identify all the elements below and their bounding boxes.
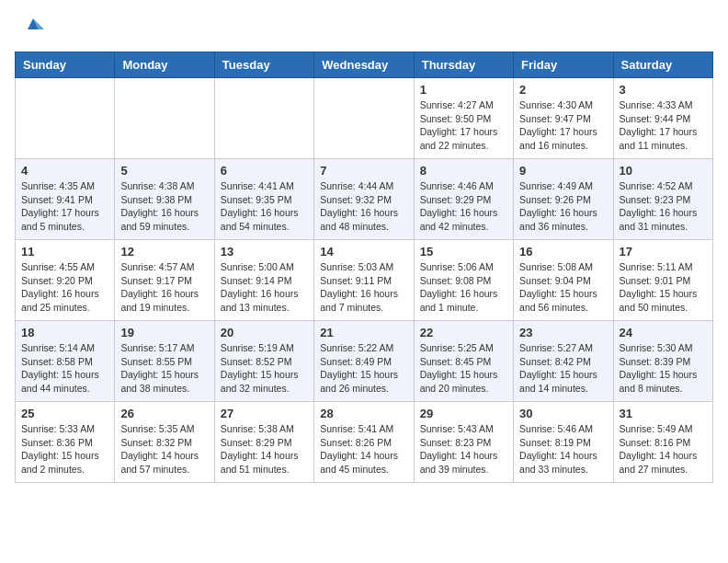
day-number: 15 [420, 245, 507, 259]
week-row-3: 11Sunrise: 4:55 AM Sunset: 9:20 PM Dayli… [16, 240, 713, 321]
day-number: 2 [519, 83, 607, 97]
day-number: 30 [519, 407, 607, 420]
calendar-cell: 7Sunrise: 4:44 AM Sunset: 9:32 PM Daylig… [314, 159, 414, 240]
calendar-cell: 2Sunrise: 4:30 AM Sunset: 9:47 PM Daylig… [514, 78, 613, 159]
day-number: 27 [221, 407, 308, 420]
calendar-cell: 8Sunrise: 4:46 AM Sunset: 9:29 PM Daylig… [414, 159, 513, 240]
day-number: 8 [420, 164, 507, 178]
day-number: 29 [420, 407, 507, 420]
calendar-cell [16, 78, 115, 159]
day-info: Sunrise: 4:57 AM Sunset: 9:17 PM Dayligh… [120, 260, 208, 315]
day-info: Sunrise: 5:33 AM Sunset: 8:36 PM Dayligh… [21, 422, 108, 477]
calendar-cell: 20Sunrise: 5:19 AM Sunset: 8:52 PM Dayli… [214, 321, 313, 402]
calendar-cell: 12Sunrise: 4:57 AM Sunset: 9:17 PM Dayli… [115, 240, 214, 321]
header-wednesday: Wednesday [314, 52, 414, 78]
day-number: 19 [120, 326, 208, 339]
day-info: Sunrise: 5:14 AM Sunset: 8:58 PM Dayligh… [21, 341, 108, 396]
day-info: Sunrise: 5:35 AM Sunset: 8:32 PM Dayligh… [120, 422, 208, 477]
day-number: 7 [320, 164, 407, 178]
week-row-2: 4Sunrise: 4:35 AM Sunset: 9:41 PM Daylig… [16, 159, 713, 240]
day-info: Sunrise: 4:38 AM Sunset: 9:38 PM Dayligh… [120, 179, 208, 234]
day-number: 24 [620, 326, 707, 339]
day-number: 4 [21, 164, 108, 178]
calendar-cell: 27Sunrise: 5:38 AM Sunset: 8:29 PM Dayli… [214, 402, 313, 483]
day-info: Sunrise: 5:25 AM Sunset: 8:45 PM Dayligh… [420, 341, 507, 396]
calendar-cell: 1Sunrise: 4:27 AM Sunset: 9:50 PM Daylig… [414, 78, 513, 159]
calendar-cell: 14Sunrise: 5:03 AM Sunset: 9:11 PM Dayli… [314, 240, 414, 321]
week-row-1: 1Sunrise: 4:27 AM Sunset: 9:50 PM Daylig… [16, 78, 713, 159]
day-info: Sunrise: 5:06 AM Sunset: 9:08 PM Dayligh… [420, 260, 507, 315]
day-number: 12 [120, 245, 208, 259]
day-info: Sunrise: 5:46 AM Sunset: 8:19 PM Dayligh… [519, 422, 607, 477]
week-row-4: 18Sunrise: 5:14 AM Sunset: 8:58 PM Dayli… [16, 321, 713, 402]
calendar-cell [214, 78, 313, 159]
header-friday: Friday [514, 52, 613, 78]
calendar-cell: 28Sunrise: 5:41 AM Sunset: 8:26 PM Dayli… [314, 402, 414, 483]
calendar-cell: 10Sunrise: 4:52 AM Sunset: 9:23 PM Dayli… [613, 159, 712, 240]
day-info: Sunrise: 5:49 AM Sunset: 8:16 PM Dayligh… [620, 422, 707, 477]
header-monday: Monday [115, 52, 214, 78]
calendar-cell: 15Sunrise: 5:06 AM Sunset: 9:08 PM Dayli… [414, 240, 513, 321]
calendar-cell: 23Sunrise: 5:27 AM Sunset: 8:42 PM Dayli… [514, 321, 613, 402]
calendar-cell: 9Sunrise: 4:49 AM Sunset: 9:26 PM Daylig… [514, 159, 613, 240]
day-info: Sunrise: 5:38 AM Sunset: 8:29 PM Dayligh… [221, 422, 308, 477]
day-number: 22 [420, 326, 507, 339]
day-info: Sunrise: 5:08 AM Sunset: 9:04 PM Dayligh… [519, 260, 607, 315]
day-info: Sunrise: 4:55 AM Sunset: 9:20 PM Dayligh… [21, 260, 108, 315]
calendar-cell: 4Sunrise: 4:35 AM Sunset: 9:41 PM Daylig… [16, 159, 115, 240]
day-number: 25 [21, 407, 108, 420]
calendar-cell: 29Sunrise: 5:43 AM Sunset: 8:23 PM Dayli… [414, 402, 513, 483]
day-info: Sunrise: 4:52 AM Sunset: 9:23 PM Dayligh… [620, 179, 707, 234]
calendar-cell: 21Sunrise: 5:22 AM Sunset: 8:49 PM Dayli… [314, 321, 414, 402]
day-number: 14 [320, 245, 407, 259]
day-number: 5 [120, 164, 208, 178]
calendar-cell: 11Sunrise: 4:55 AM Sunset: 9:20 PM Dayli… [16, 240, 115, 321]
day-info: Sunrise: 5:00 AM Sunset: 9:14 PM Dayligh… [221, 260, 308, 315]
day-number: 11 [21, 245, 108, 259]
day-info: Sunrise: 4:35 AM Sunset: 9:41 PM Dayligh… [21, 179, 108, 234]
header-thursday: Thursday [414, 52, 513, 78]
logo [15, 15, 46, 40]
calendar-cell: 3Sunrise: 4:33 AM Sunset: 9:44 PM Daylig… [613, 78, 712, 159]
day-info: Sunrise: 5:30 AM Sunset: 8:39 PM Dayligh… [620, 341, 707, 396]
calendar-cell: 25Sunrise: 5:33 AM Sunset: 8:36 PM Dayli… [16, 402, 115, 483]
day-info: Sunrise: 4:27 AM Sunset: 9:50 PM Dayligh… [420, 98, 507, 153]
day-info: Sunrise: 5:03 AM Sunset: 9:11 PM Dayligh… [320, 260, 407, 315]
day-number: 20 [221, 326, 308, 339]
page-header [15, 15, 713, 40]
calendar-cell: 6Sunrise: 4:41 AM Sunset: 9:35 PM Daylig… [214, 159, 313, 240]
calendar-cell: 22Sunrise: 5:25 AM Sunset: 8:45 PM Dayli… [414, 321, 513, 402]
calendar-cell: 17Sunrise: 5:11 AM Sunset: 9:01 PM Dayli… [613, 240, 712, 321]
calendar-cell: 30Sunrise: 5:46 AM Sunset: 8:19 PM Dayli… [514, 402, 613, 483]
calendar-cell [115, 78, 214, 159]
day-number: 13 [221, 245, 308, 259]
day-info: Sunrise: 4:33 AM Sunset: 9:44 PM Dayligh… [620, 98, 707, 153]
calendar-cell: 26Sunrise: 5:35 AM Sunset: 8:32 PM Dayli… [115, 402, 214, 483]
day-number: 23 [519, 326, 607, 339]
calendar-cell: 18Sunrise: 5:14 AM Sunset: 8:58 PM Dayli… [16, 321, 115, 402]
day-info: Sunrise: 5:19 AM Sunset: 8:52 PM Dayligh… [221, 341, 308, 396]
day-info: Sunrise: 4:46 AM Sunset: 9:29 PM Dayligh… [420, 179, 507, 234]
calendar-cell: 24Sunrise: 5:30 AM Sunset: 8:39 PM Dayli… [613, 321, 712, 402]
day-number: 31 [620, 407, 707, 420]
calendar-table: SundayMondayTuesdayWednesdayThursdayFrid… [15, 52, 713, 483]
header-saturday: Saturday [613, 52, 712, 78]
calendar-cell [314, 78, 414, 159]
day-number: 1 [420, 83, 507, 97]
day-info: Sunrise: 4:49 AM Sunset: 9:26 PM Dayligh… [519, 179, 607, 234]
day-info: Sunrise: 5:43 AM Sunset: 8:23 PM Dayligh… [420, 422, 507, 477]
day-info: Sunrise: 5:27 AM Sunset: 8:42 PM Dayligh… [519, 341, 607, 396]
day-info: Sunrise: 4:30 AM Sunset: 9:47 PM Dayligh… [519, 98, 607, 153]
calendar-cell: 19Sunrise: 5:17 AM Sunset: 8:55 PM Dayli… [115, 321, 214, 402]
day-info: Sunrise: 5:17 AM Sunset: 8:55 PM Dayligh… [120, 341, 208, 396]
calendar-header-row: SundayMondayTuesdayWednesdayThursdayFrid… [16, 52, 713, 78]
header-sunday: Sunday [16, 52, 115, 78]
week-row-5: 25Sunrise: 5:33 AM Sunset: 8:36 PM Dayli… [16, 402, 713, 483]
day-number: 3 [620, 83, 707, 97]
day-number: 18 [21, 326, 108, 339]
day-info: Sunrise: 4:44 AM Sunset: 9:32 PM Dayligh… [320, 179, 407, 234]
day-number: 26 [120, 407, 208, 420]
day-number: 10 [620, 164, 707, 178]
calendar-cell: 16Sunrise: 5:08 AM Sunset: 9:04 PM Dayli… [514, 240, 613, 321]
day-number: 9 [519, 164, 607, 178]
